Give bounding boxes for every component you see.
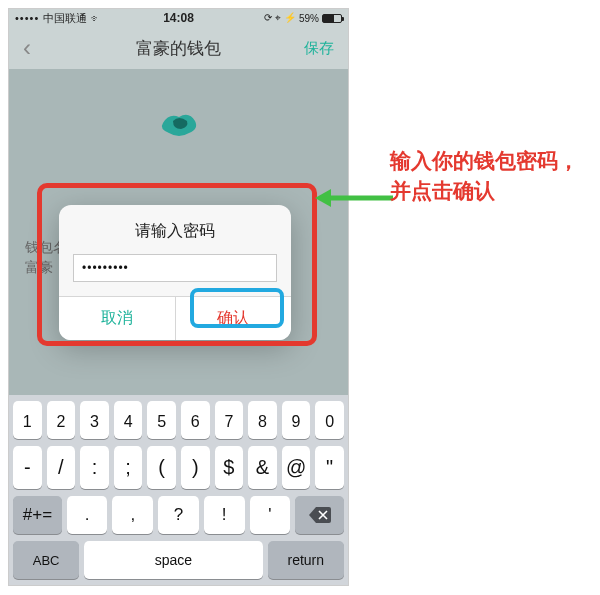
key-6[interactable]: 6 (181, 401, 210, 439)
kb-row-4: ABC space return (13, 541, 344, 579)
status-time: 14:08 (163, 11, 194, 25)
carrier-label: 中国联通 (43, 11, 87, 26)
key-at[interactable]: @ (282, 446, 311, 489)
wifi-icon: ᯤ (91, 13, 101, 24)
save-button[interactable]: 保存 (304, 39, 334, 58)
page-title: 富豪的钱包 (136, 37, 221, 60)
key-question[interactable]: ? (158, 496, 199, 534)
key-9[interactable]: 9 (282, 401, 311, 439)
key-1[interactable]: 1 (13, 401, 42, 439)
key-backspace[interactable] (295, 496, 344, 534)
key-0[interactable]: 0 (315, 401, 344, 439)
key-2[interactable]: 2 (47, 401, 76, 439)
key-space[interactable]: space (84, 541, 262, 579)
key-amp[interactable]: & (248, 446, 277, 489)
status-right-icons: ⟳ ⌖ ⚡ (264, 12, 296, 24)
cancel-button[interactable]: 取消 (59, 297, 176, 340)
confirm-button[interactable]: 确认 (176, 297, 292, 340)
key-symbol-switch[interactable]: #+= (13, 496, 62, 534)
key-dollar[interactable]: $ (215, 446, 244, 489)
key-comma[interactable]: , (112, 496, 153, 534)
key-slash[interactable]: / (47, 446, 76, 489)
key-8[interactable]: 8 (248, 401, 277, 439)
key-4[interactable]: 4 (114, 401, 143, 439)
key-3[interactable]: 3 (80, 401, 109, 439)
password-input[interactable] (73, 254, 277, 282)
key-exclaim[interactable]: ! (204, 496, 245, 534)
kb-row-1: 1 2 3 4 5 6 7 8 9 0 (13, 401, 344, 439)
key-period[interactable]: . (67, 496, 108, 534)
back-icon[interactable]: ‹ (23, 36, 31, 60)
key-colon[interactable]: : (80, 446, 109, 489)
key-dash[interactable]: - (13, 446, 42, 489)
key-5[interactable]: 5 (147, 401, 176, 439)
key-lparen[interactable]: ( (147, 446, 176, 489)
phone-frame: ••••• 中国联通 ᯤ 14:08 ⟳ ⌖ ⚡ 59% ‹ 富豪的钱包 保存 … (8, 8, 349, 586)
key-semicolon[interactable]: ; (114, 446, 143, 489)
annotation-text: 输入你的钱包密码，并点击确认 (390, 146, 586, 207)
signal-dots: ••••• (15, 12, 39, 24)
dialog-title: 请输入密码 (59, 205, 291, 254)
battery-percent: 59% (299, 13, 319, 24)
svg-marker-1 (315, 189, 331, 207)
nav-bar: ‹ 富豪的钱包 保存 (9, 27, 348, 69)
key-7[interactable]: 7 (215, 401, 244, 439)
wallet-logo-icon (159, 111, 199, 139)
battery-icon (322, 14, 342, 23)
status-bar: ••••• 中国联通 ᯤ 14:08 ⟳ ⌖ ⚡ 59% (9, 9, 348, 27)
ios-keyboard: 1 2 3 4 5 6 7 8 9 0 - / : ; ( ) $ & @ " … (9, 395, 348, 585)
dialog-buttons: 取消 确认 (59, 296, 291, 340)
key-quote[interactable]: " (315, 446, 344, 489)
kb-row-2: - / : ; ( ) $ & @ " (13, 446, 344, 489)
key-rparen[interactable]: ) (181, 446, 210, 489)
key-apostrophe[interactable]: ' (250, 496, 291, 534)
key-return[interactable]: return (268, 541, 344, 579)
backspace-icon (309, 507, 331, 523)
kb-row-3: #+= . , ? ! ' (13, 496, 344, 534)
annotation-arrow-icon (315, 186, 393, 210)
password-dialog: 请输入密码 取消 确认 (59, 205, 291, 340)
key-abc[interactable]: ABC (13, 541, 79, 579)
